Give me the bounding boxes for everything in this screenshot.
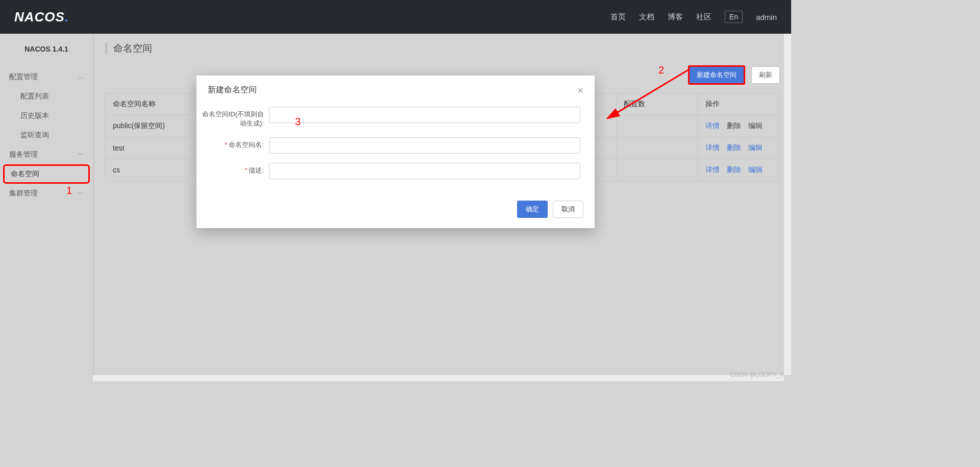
label-desc: *描述: xyxy=(202,163,269,175)
ok-button[interactable]: 确定 xyxy=(517,201,548,218)
cancel-button[interactable]: 取消 xyxy=(553,201,583,218)
dialog-title: 新建命名空间 xyxy=(208,85,257,95)
input-namespace-id[interactable] xyxy=(269,107,580,123)
close-icon[interactable]: × xyxy=(577,85,583,95)
scrollbar-vertical[interactable] xyxy=(784,34,791,375)
input-desc[interactable] xyxy=(269,163,580,179)
input-namespace-name[interactable] xyxy=(269,137,580,154)
modal-overlay: 新建命名空间 × 命名空间ID(不填则自动生成): *命名空间名: *描述: xyxy=(0,0,791,381)
watermark: CSDN @LOOPY_Y xyxy=(730,371,784,378)
scrollbar-horizontal[interactable] xyxy=(93,375,784,381)
label-namespace-id: 命名空间ID(不填则自动生成): xyxy=(202,107,269,128)
label-namespace-name: *命名空间名: xyxy=(202,137,269,150)
new-namespace-dialog: 新建命名空间 × 命名空间ID(不填则自动生成): *命名空间名: *描述: xyxy=(197,76,595,228)
